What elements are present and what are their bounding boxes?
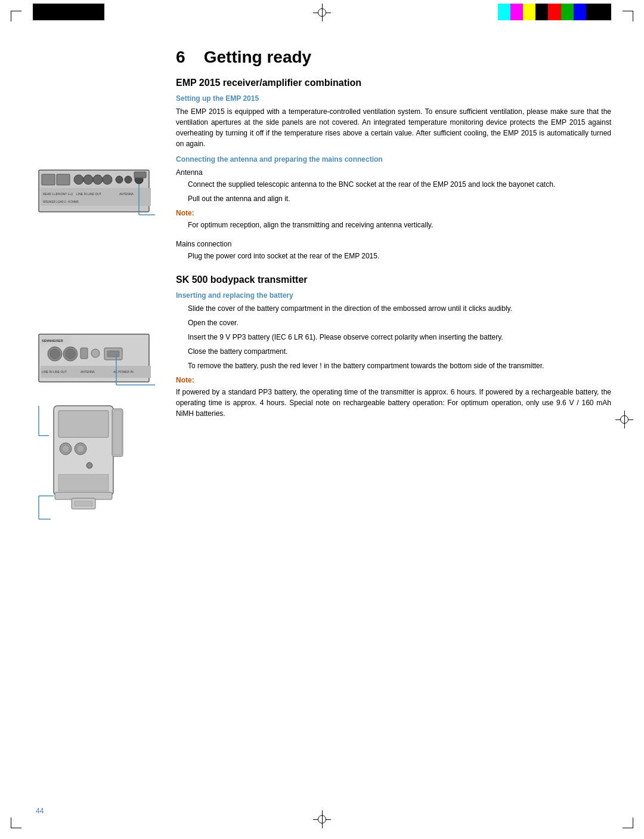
chapter-title: Getting ready (204, 48, 311, 66)
mains-text: Plug the power cord into socket at the r… (188, 251, 611, 261)
emp-rear-panel-container: REAR 1+2 FRONT 1+2 LINE IN LINE OUT ANTE… (36, 167, 164, 221)
svg-point-5 (93, 175, 103, 184)
svg-point-8 (125, 176, 132, 183)
crosshair-bottom (313, 810, 331, 828)
corner-mark-bl (11, 818, 21, 828)
note1-heading: Note: (176, 209, 611, 217)
subsection1-body: The EMP 2015 is equipped with a temperat… (176, 106, 611, 149)
chapter-number: 6 (176, 48, 185, 66)
sk500-image-container (36, 400, 164, 528)
svg-text:ANTENNA: ANTENNA (119, 192, 134, 196)
antenna-text2: Pull out the antenna and align it. (188, 193, 611, 204)
section1-heading: EMP 2015 receiver/amplifier combination (176, 78, 611, 88)
page-content: REAR 1+2 FRONT 1+2 LINE IN LINE OUT ANTE… (36, 48, 611, 803)
corner-mark-br (623, 818, 633, 828)
battery-text4: Close the battery compartment. (188, 346, 611, 357)
registration-black-bar (33, 4, 104, 20)
chapter-heading: 6 Getting ready (176, 48, 611, 67)
svg-rect-44 (58, 474, 109, 491)
mains-label: Mains connection (176, 240, 611, 248)
corner-mark-tl (11, 11, 21, 21)
svg-rect-47 (75, 501, 92, 506)
svg-rect-26 (80, 348, 88, 359)
svg-text:REAR 1+2: REAR 1+2 (43, 192, 57, 196)
battery-text5: To remove the battery, push the red leve… (188, 360, 611, 371)
note2-text: If powered by a standard PP3 battery, th… (176, 387, 611, 419)
svg-point-48 (86, 462, 92, 468)
section2-subsection1-heading: Inserting and replacing the battery (176, 291, 611, 300)
svg-point-3 (74, 175, 83, 184)
color-red (548, 4, 561, 20)
svg-point-4 (83, 175, 93, 184)
svg-text:SPEAKER LOAD 2 - 8 OHMS: SPEAKER LOAD 2 - 8 OHMS (43, 201, 79, 203)
antenna-text1: Connect the supplied telescopic antenna … (188, 179, 611, 190)
svg-text:ANTENNA: ANTENNA (80, 370, 95, 374)
note2-heading: Note: (176, 376, 611, 384)
svg-point-27 (91, 349, 100, 357)
svg-text:FRONT 1+2: FRONT 1+2 (57, 192, 73, 196)
subsection1-heading: Setting up the EMP 2015 (176, 94, 611, 103)
svg-rect-37 (58, 411, 109, 437)
color-magenta (510, 4, 523, 20)
svg-point-25 (66, 349, 75, 359)
left-column: REAR 1+2 FRONT 1+2 LINE IN LINE OUT ANTE… (36, 48, 173, 803)
right-column: 6 Getting ready EMP 2015 receiver/amplif… (173, 48, 611, 803)
sk500-svg (36, 400, 140, 528)
page-number: 44 (36, 807, 44, 815)
svg-rect-29 (107, 351, 119, 357)
svg-text:LINE IN LINE OUT: LINE IN LINE OUT (42, 370, 67, 374)
svg-text:SENNHEISER: SENNHEISER (42, 339, 63, 343)
crosshair-mid-right (615, 411, 633, 428)
svg-point-41 (77, 445, 84, 452)
corner-mark-tr (623, 11, 633, 21)
svg-rect-1 (42, 174, 55, 185)
battery-text1: Slide the cover of the battery compartme… (188, 303, 611, 314)
crosshair-top (313, 4, 331, 21)
svg-point-23 (50, 349, 60, 359)
svg-point-6 (103, 175, 112, 184)
color-green (561, 4, 574, 20)
svg-point-39 (62, 445, 69, 452)
color-yellow (523, 4, 535, 20)
color-bar (498, 4, 611, 20)
battery-text3: Insert the 9 V PP3 battery (IEC 6 LR 61)… (188, 332, 611, 343)
svg-point-7 (116, 176, 123, 183)
note1-text: For optimum reception, align the transmi… (188, 220, 611, 230)
emp-front-panel-container: SENNHEISER LINE IN LINE OUT ANTENNA AC P… (36, 331, 164, 388)
svg-rect-2 (57, 174, 70, 185)
color-black (535, 4, 548, 20)
color-cyan (498, 4, 510, 20)
svg-text:LINE IN LINE OUT: LINE IN LINE OUT (76, 192, 101, 196)
color-black2 (586, 4, 599, 20)
battery-text2: Open the cover. (188, 317, 611, 328)
section2-heading: SK 500 bodypack transmitter (176, 274, 611, 285)
color-black3 (599, 4, 611, 20)
svg-rect-43 (113, 411, 122, 455)
antenna-label: Antenna (176, 168, 611, 177)
svg-rect-10 (134, 172, 146, 178)
emp-front-panel-svg: SENNHEISER LINE IN LINE OUT ANTENNA AC P… (36, 331, 155, 388)
emp-rear-panel-svg: REAR 1+2 FRONT 1+2 LINE IN LINE OUT ANTE… (36, 167, 155, 221)
color-blue (574, 4, 586, 20)
subsection2-heading: Connecting the antenna and preparing the… (176, 155, 611, 164)
